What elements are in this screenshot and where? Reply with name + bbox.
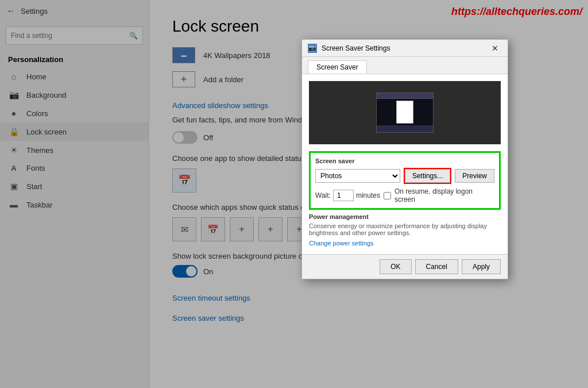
- dialog-close-button[interactable]: ✕: [488, 41, 502, 55]
- screen-saver-section-label: Screen saver: [315, 157, 494, 164]
- preview-content: [377, 99, 433, 125]
- dialog-icon: 📷: [308, 44, 317, 53]
- preview-titlebar: [377, 93, 433, 99]
- screen-saver-preview: [309, 81, 501, 144]
- dialog-titlebar: 📷 Screen Saver Settings ✕: [302, 40, 508, 57]
- power-desc: Conserve energy or maximize performance …: [309, 222, 501, 236]
- dialog-tabs: Screen Saver: [302, 57, 508, 74]
- minutes-label: minutes: [356, 191, 380, 199]
- preview-button[interactable]: Preview: [455, 169, 494, 183]
- resume-label: On resume, display logon screen: [394, 187, 494, 203]
- power-management-section: Power management Conserve energy or maxi…: [309, 213, 501, 247]
- screen-saver-controls-row: Photos Settings... Preview: [315, 168, 494, 184]
- ok-button[interactable]: OK: [380, 259, 411, 274]
- preview-inner: [376, 93, 434, 133]
- dialog-footer: OK Cancel Apply: [302, 254, 508, 279]
- wait-row: Wait: minutes On resume, display logon s…: [315, 187, 494, 203]
- dialog-title: Screen Saver Settings: [322, 44, 488, 52]
- screen-saver-dropdown[interactable]: Photos: [315, 169, 400, 183]
- dialog-body: Screen saver Photos Settings... Preview …: [302, 74, 508, 254]
- preview-strip: [396, 101, 413, 124]
- screen-saver-dialog: 📷 Screen Saver Settings ✕ Screen Saver: [301, 39, 508, 279]
- apply-button[interactable]: Apply: [462, 259, 501, 274]
- tab-screen-saver[interactable]: Screen Saver: [308, 60, 367, 74]
- resume-checkbox[interactable]: [384, 192, 391, 199]
- dialog-overlay: 📷 Screen Saver Settings ✕ Screen Saver: [0, 0, 588, 388]
- cancel-button[interactable]: Cancel: [415, 259, 458, 274]
- wait-input[interactable]: [333, 190, 354, 201]
- preview-toolbar: [377, 125, 433, 132]
- power-section-label: Power management: [309, 213, 501, 220]
- settings-button-highlight: Settings...: [404, 168, 451, 184]
- change-power-settings-link[interactable]: Change power settings: [309, 240, 374, 247]
- screen-saver-settings-box: Screen saver Photos Settings... Preview …: [309, 151, 501, 210]
- wait-label: Wait:: [315, 191, 331, 199]
- settings-button[interactable]: Settings...: [405, 169, 450, 183]
